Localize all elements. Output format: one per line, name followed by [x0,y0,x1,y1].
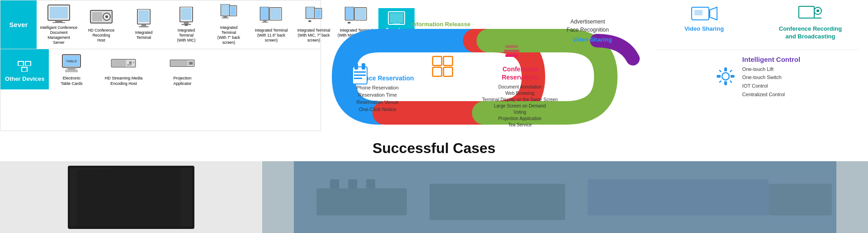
svg-point-56 [129,61,132,64]
svg-text:Document Annotation: Document Annotation [498,84,542,89]
svg-rect-5 [92,12,102,21]
left-panel: Sever Intelligent ConferenceDocument Man… [0,0,321,131]
svg-rect-58 [127,65,132,65]
table-card-icon: TABLE [59,52,84,75]
svg-rect-20 [231,6,236,15]
svg-point-33 [308,20,311,22]
successful-cases-section: Successful Cases [0,131,868,161]
svg-rect-24 [260,7,269,19]
svg-text:Web Browsing: Web Browsing [505,91,534,96]
svg-rect-77 [433,67,442,76]
svg-rect-111 [330,179,339,188]
svg-rect-78 [443,67,453,76]
svg-text:Voting: Voting [514,110,526,115]
svg-rect-13 [181,8,192,19]
encoding-host-icon [111,52,136,75]
intelligent-control-section: Intelligent Control One-touch Lift One-t… [656,56,859,99]
server-label: Sever [0,0,37,49]
svg-text:TABLE: TABLE [66,59,77,63]
svg-text:Information Releasse: Information Releasse [411,21,471,28]
bottom-image-device [0,161,262,233]
video-sharing-title: Video Sharing [656,25,753,32]
svg-rect-27 [263,20,266,22]
projector-icon [170,52,195,75]
device-label: ElectronicTable Cards [61,76,82,86]
svg-point-16 [184,24,188,26]
terminal-icon-1 [131,9,156,29]
svg-rect-65 [354,63,358,70]
terminal-icon-3 [216,4,241,24]
svg-text:Conference: Conference [502,65,537,73]
device-label: ProjectionApplicator [173,76,191,86]
device-label: HD Streaming MediaEncoding Host [105,76,143,86]
server-device-icon [46,4,71,24]
svg-rect-67 [354,71,366,73]
svg-text:Reservation: Reservation [502,74,538,81]
intelligent-control-text: Intelligent Control One-touch Lift One-t… [742,56,800,99]
svg-text:Terminal Display on the Same S: Terminal Display on the Same Screen [482,97,557,102]
svg-text:One-Click Notice: One-Click Notice [359,107,396,112]
right-panel: Video Sharing Conference Recordingand Br… [646,0,868,131]
item-one-touch-lift: One-touch Lift [742,65,800,74]
video-sharing-icon [656,5,753,23]
server-row: Sever Intelligent ConferenceDocument Man… [0,0,321,49]
svg-rect-116 [769,184,832,215]
svg-rect-66 [362,63,365,70]
svg-text:Reservation Time: Reservation Time [358,92,397,98]
svg-rect-112 [348,179,357,188]
device-label: Intelligent ConferenceDocument Managemen… [39,25,78,45]
svg-point-62 [190,62,192,65]
svg-rect-105 [731,75,734,78]
device-intelligent-conference: Intelligent ConferenceDocument Managemen… [38,3,79,46]
conference-recording-icon [762,5,859,23]
device-label: IntegratedTerminal(With MIC) [177,28,196,43]
svg-marker-108 [77,166,181,229]
device-electronic-table-cards: TABLE ElectronicTable Cards [49,49,94,89]
successful-cases-title: Successful Cases [0,140,868,157]
svg-rect-22 [222,18,229,19]
svg-rect-32 [316,9,321,18]
other-devices-text: Other Devices [5,75,44,82]
svg-rect-47 [22,68,27,71]
svg-rect-11 [139,26,148,28]
device-integrated-terminal-mic: IntegratedTerminal(With MIC) [166,6,207,44]
intelligent-control-items: One-touch Lift One-touch Switch IOT Cont… [742,65,800,99]
svg-rect-53 [65,70,78,72]
svg-rect-90 [505,54,518,57]
svg-rect-18 [221,5,229,15]
item-iot-control: IOT Control [742,82,800,90]
svg-rect-43 [19,62,23,65]
svg-rect-114 [429,184,565,220]
svg-rect-2 [55,20,62,22]
svg-rect-26 [270,8,281,19]
svg-text:Video Sharing: Video Sharing [572,36,612,43]
svg-rect-28 [262,22,268,23]
device-label: IntegratedTerminal [135,30,152,40]
svg-text:Large Screen on Demand: Large Screen on Demand [494,103,546,108]
svg-rect-14 [184,22,189,23]
svg-rect-9 [139,10,149,22]
svg-text:Projection Application: Projection Application [498,116,542,121]
svg-rect-68 [354,75,366,76]
conference-recording-title: Conference Recordingand Broadcasting [762,25,859,41]
svg-rect-10 [142,24,146,26]
svg-text:Face Recognition: Face Recognition [566,27,609,33]
other-devices-row: Other Devices TABLE E [0,49,321,89]
terminal-icon-2 [174,7,199,27]
svg-rect-89 [504,50,519,52]
svg-text:Reservation Venue: Reservation Venue [357,99,399,105]
svg-rect-1 [50,7,68,19]
svg-rect-51 [66,67,77,69]
intelligent-control-icon [714,65,737,89]
device-integrated-terminal-11back: Integrated Terminal(With 11.6" backscree… [251,6,292,44]
svg-rect-3 [52,22,65,23]
svg-rect-103 [724,81,727,85]
device-label: Integrated Terminal(With 11.6" backscree… [255,28,288,43]
svg-rect-115 [588,179,769,215]
device-integrated-terminal-1: IntegratedTerminal [123,8,164,41]
conference-recording-section: Conference Recordingand Broadcasting [762,5,859,42]
svg-point-99 [816,9,819,12]
svg-text:Advertisement: Advertisement [571,19,605,25]
svg-rect-110 [316,188,407,215]
item-centralized-control: Centralized Control [742,90,800,99]
